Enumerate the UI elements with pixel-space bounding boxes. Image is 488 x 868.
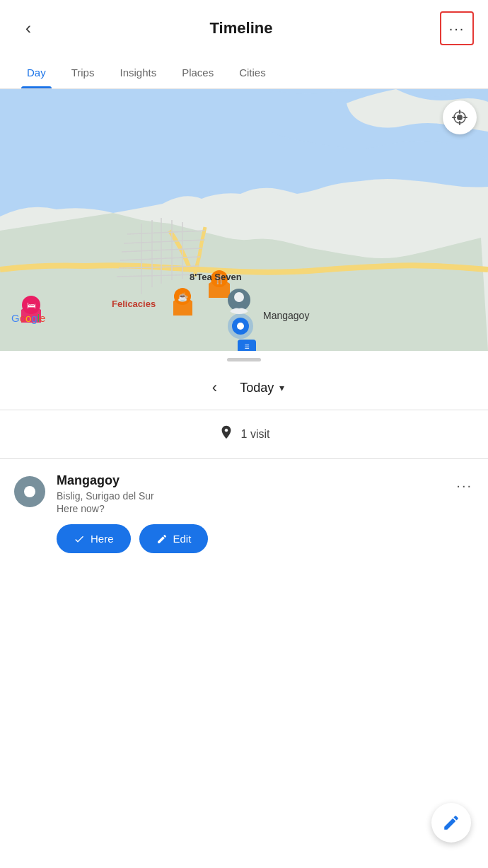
edit-button[interactable]: Edit bbox=[139, 524, 209, 553]
date-navigation: ‹ Today ▾ bbox=[0, 366, 488, 410]
tab-day[interactable]: Day bbox=[14, 57, 59, 88]
svg-point-33 bbox=[457, 115, 463, 120]
location-actions: Here Edit bbox=[57, 524, 474, 553]
drag-handle bbox=[0, 351, 488, 366]
tab-insights[interactable]: Insights bbox=[107, 57, 169, 88]
location-avatar bbox=[14, 476, 45, 507]
fab-edit-button[interactable] bbox=[431, 803, 471, 843]
google-logo: Google bbox=[11, 312, 45, 324]
header: ‹ Timeline ··· bbox=[0, 0, 488, 57]
more-menu-button[interactable]: ··· bbox=[440, 11, 474, 45]
svg-text:🛏: 🛏 bbox=[27, 300, 36, 311]
svg-text:Mangagoy: Mangagoy bbox=[263, 310, 309, 321]
tab-bar: Day Trips Insights Places Cities bbox=[0, 57, 488, 89]
svg-text:8'Tea Seven: 8'Tea Seven bbox=[190, 272, 242, 282]
location-info: Mangagoy Bislig, Surigao del Sur Here no… bbox=[57, 473, 474, 553]
location-subtitle: Bislig, Surigao del Sur bbox=[57, 490, 474, 502]
map-view[interactable]: 🚌 🍴 ☕ 🛏 8'Tea Seven Felicacies Mangagoy … bbox=[0, 89, 488, 351]
location-name: Mangagoy bbox=[57, 473, 474, 488]
my-location-button[interactable] bbox=[443, 100, 477, 134]
edit-button-label: Edit bbox=[173, 533, 192, 545]
svg-point-25 bbox=[237, 323, 244, 330]
svg-text:≡: ≡ bbox=[244, 342, 249, 351]
svg-text:Felicacies: Felicacies bbox=[112, 299, 156, 309]
tab-trips[interactable]: Trips bbox=[59, 57, 108, 88]
back-button[interactable]: ‹ bbox=[14, 14, 42, 42]
here-button-label: Here bbox=[91, 533, 114, 545]
tab-places[interactable]: Places bbox=[169, 57, 226, 88]
date-dropdown-arrow: ▾ bbox=[279, 382, 284, 393]
visit-summary: 1 visit bbox=[0, 410, 488, 459]
svg-point-27 bbox=[234, 292, 244, 302]
here-button[interactable]: Here bbox=[57, 524, 131, 553]
tab-cities[interactable]: Cities bbox=[226, 57, 279, 88]
avatar-inner bbox=[24, 486, 35, 497]
drag-handle-bar bbox=[227, 358, 261, 361]
location-here-prompt: Here now? bbox=[57, 503, 474, 514]
location-card: Mangagoy Bislig, Surigao del Sur Here no… bbox=[0, 459, 488, 567]
visit-count-label: 1 visit bbox=[241, 428, 270, 441]
page-title: Timeline bbox=[210, 19, 273, 37]
pin-icon bbox=[219, 424, 234, 444]
date-selector[interactable]: Today ▾ bbox=[240, 381, 284, 395]
date-back-button[interactable]: ‹ bbox=[204, 376, 226, 400]
svg-text:☕: ☕ bbox=[178, 291, 188, 302]
location-more-button[interactable]: ··· bbox=[451, 475, 478, 497]
